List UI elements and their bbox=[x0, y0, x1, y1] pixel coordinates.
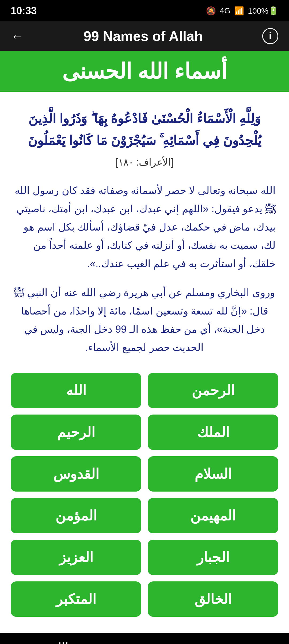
name-button-khaliq[interactable]: الخالق bbox=[148, 581, 278, 617]
verse-text: وَلِلَّهِ الْأَسْمَاءُ الْحُسْنَىٰ فَادْ… bbox=[13, 108, 276, 151]
network-icon: 4G bbox=[220, 6, 230, 15]
back-nav-button[interactable]: < bbox=[223, 640, 231, 644]
status-bar: 10:33 🔕 4G 📶 100%🔋 bbox=[0, 0, 289, 21]
battery-icon: 100%🔋 bbox=[248, 6, 278, 16]
name-button-raheem[interactable]: الرحيم bbox=[11, 415, 141, 450]
verse-section: وَلِلَّهِ الْأَسْمَاءُ الْحُسْنَىٰ فَادْ… bbox=[0, 102, 289, 173]
verse-reference: [الأعراف: ١٨٠] bbox=[13, 157, 276, 168]
name-button-mumin[interactable]: المؤمن bbox=[11, 498, 141, 533]
names-grid: الله الرحمن الرحيم الملك القدوس السلام ا… bbox=[0, 367, 289, 622]
info-button[interactable]: i bbox=[262, 28, 278, 44]
name-button-quddus[interactable]: القدوس bbox=[11, 456, 141, 492]
name-button-malik[interactable]: الملك bbox=[148, 415, 278, 450]
name-button-mutakabbir[interactable]: المتكبر bbox=[11, 581, 141, 617]
menu-button[interactable]: ||| bbox=[58, 640, 69, 644]
home-button[interactable]: ○ bbox=[142, 640, 150, 644]
name-button-salam[interactable]: السلام bbox=[148, 456, 278, 492]
description-2: وروى البخاري ومسلم عن أبي هريرة رضي الله… bbox=[0, 281, 289, 367]
status-time: 10:33 bbox=[11, 5, 37, 17]
name-button-aziz[interactable]: العزيز bbox=[11, 540, 141, 575]
name-button-muhaymin[interactable]: المهيمن bbox=[148, 498, 278, 533]
arabic-banner: أسماء الله الحسنى bbox=[0, 51, 289, 92]
bottom-nav: ||| ○ < bbox=[0, 633, 289, 644]
name-button-jabbar[interactable]: الجبار bbox=[148, 540, 278, 575]
banner-text: أسماء الله الحسنى bbox=[11, 59, 278, 84]
description-1: الله سبحانه وتعالى لا حصر لأسمائه وصفاته… bbox=[0, 173, 289, 281]
signal-icon: 📶 bbox=[234, 6, 244, 16]
status-icons: 🔕 4G 📶 100%🔋 bbox=[206, 6, 278, 16]
app-bar: ← 99 Names of Allah i bbox=[0, 21, 289, 51]
name-button-rahman[interactable]: الرحمن bbox=[148, 373, 278, 408]
name-button-allah[interactable]: الله bbox=[11, 373, 141, 408]
mute-icon: 🔕 bbox=[206, 6, 216, 16]
app-title: 99 Names of Allah bbox=[83, 28, 203, 44]
main-content: أسماء الله الحسنى وَلِلَّهِ الْأَسْمَاءُ… bbox=[0, 51, 289, 633]
back-button[interactable]: ← bbox=[11, 28, 24, 44]
